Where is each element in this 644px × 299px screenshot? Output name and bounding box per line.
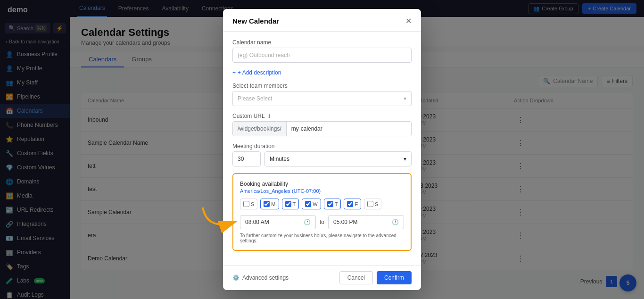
calendar-name-label: Calendar name [232, 39, 412, 46]
day-monday-checkbox[interactable] [264, 201, 270, 207]
modal-close-button[interactable]: ✕ [405, 17, 412, 25]
day-friday[interactable]: F [344, 199, 361, 209]
custom-url-group: Custom URL ℹ /widget/bookings/ [232, 113, 412, 136]
timezone-label: America/Los_Angeles (UTC-07:00) [240, 188, 404, 194]
url-prefix: /widget/bookings/ [233, 122, 287, 136]
team-members-group: Select team members Please Select ▾ [232, 83, 412, 106]
day-thursday-checkbox[interactable] [327, 201, 333, 207]
duration-unit-select[interactable]: Minutes ▾ [264, 151, 412, 166]
biz-hours-note: To further customize your business hours… [240, 233, 404, 243]
start-time-input[interactable]: 08:00 AM 🕐 [240, 215, 316, 229]
day-sunday-start-label: S [251, 201, 254, 207]
day-checkboxes: S M T W [240, 199, 404, 209]
team-members-label: Select team members [232, 83, 412, 89]
day-sunday-start[interactable]: S [240, 199, 257, 209]
day-friday-checkbox[interactable] [347, 201, 353, 207]
day-sunday-start-checkbox[interactable] [243, 201, 249, 207]
modal-header: New Calendar ✕ [223, 9, 421, 32]
to-label: to [320, 219, 324, 225]
advanced-settings-label: Advanced settings [242, 274, 289, 281]
day-tuesday-checkbox[interactable] [285, 201, 291, 207]
day-tuesday-label: T [293, 201, 296, 207]
info-icon: ℹ [268, 113, 271, 119]
end-time-value: 05:00 PM [333, 219, 357, 225]
url-suffix-input[interactable] [287, 122, 411, 136]
booking-label: Booking availability [240, 181, 404, 187]
day-saturday[interactable]: S [364, 199, 381, 209]
plus-desc-icon: + [232, 69, 236, 76]
duration-group: Minutes ▾ [232, 151, 412, 166]
day-friday-label: F [355, 201, 358, 207]
day-monday-label: M [271, 201, 275, 207]
add-description-label: + Add description [238, 69, 281, 76]
team-members-select[interactable]: Please Select ▾ [232, 91, 412, 106]
day-monday[interactable]: M [260, 199, 279, 209]
modal-body: Calendar name + + Add description Select… [223, 32, 421, 265]
calendar-name-input[interactable] [232, 48, 412, 63]
start-time-value: 08:00 AM [245, 219, 269, 225]
modal-overlay: New Calendar ✕ Calendar name + + Add des… [0, 0, 644, 299]
modal-footer: ⚙️ Advanced settings Cancel Confirm [223, 265, 421, 290]
time-row: 08:00 AM 🕐 to 05:00 PM 🕐 [240, 215, 404, 229]
day-wednesday-label: W [313, 201, 317, 207]
duration-unit-label: Minutes [270, 156, 289, 162]
day-tuesday[interactable]: T [282, 199, 299, 209]
day-thursday[interactable]: T [324, 199, 341, 209]
modal-title: New Calendar [232, 17, 279, 25]
day-wednesday-checkbox[interactable] [305, 201, 311, 207]
meeting-duration-group: Meeting duration Minutes ▾ [232, 143, 412, 166]
duration-value-input[interactable] [232, 151, 261, 166]
advanced-settings-button[interactable]: ⚙️ Advanced settings [232, 274, 289, 281]
add-description-button[interactable]: + + Add description [232, 69, 412, 76]
calendar-name-group: Calendar name [232, 39, 412, 63]
meeting-duration-label: Meeting duration [232, 143, 412, 150]
chevron-down-icon: ▾ [404, 95, 406, 102]
new-calendar-modal: New Calendar ✕ Calendar name + + Add des… [223, 9, 421, 290]
clock-icon: 🕐 [304, 219, 311, 225]
url-input-group: /widget/bookings/ [232, 121, 412, 136]
footer-actions: Cancel Confirm [339, 271, 412, 284]
clock-icon: 🕐 [392, 219, 399, 225]
chevron-down-icon: ▾ [404, 156, 406, 162]
team-members-placeholder: Please Select [238, 95, 272, 102]
day-thursday-label: T [335, 201, 338, 207]
settings-icon: ⚙️ [232, 274, 239, 281]
booking-availability-section: Booking availability America/Los_Angeles… [232, 173, 412, 251]
end-time-input[interactable]: 05:00 PM 🕐 [328, 215, 404, 229]
confirm-button[interactable]: Confirm [377, 271, 412, 284]
custom-url-label: Custom URL ℹ [232, 113, 412, 119]
day-saturday-checkbox[interactable] [367, 201, 373, 207]
cancel-button[interactable]: Cancel [339, 271, 373, 284]
day-saturday-label: S [375, 201, 378, 207]
day-wednesday[interactable]: W [302, 199, 321, 209]
